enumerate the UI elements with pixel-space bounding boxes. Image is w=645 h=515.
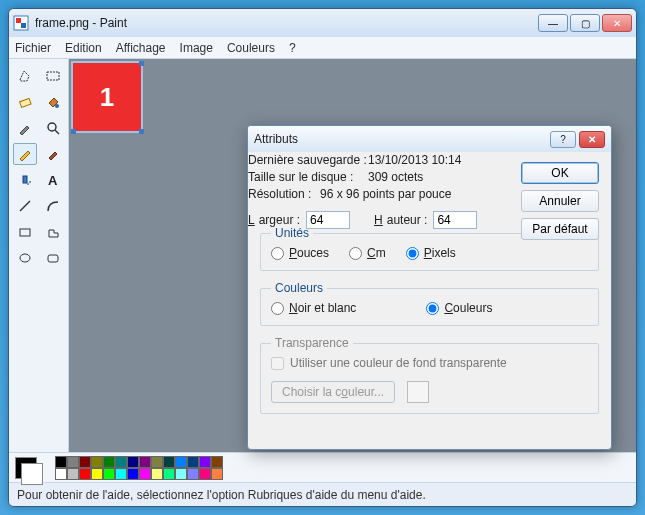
resize-handle[interactable] xyxy=(139,61,144,66)
color-swatch[interactable] xyxy=(127,456,139,468)
maximize-button[interactable]: ▢ xyxy=(570,14,600,32)
height-label: Hauteur : xyxy=(374,213,427,227)
cancel-button[interactable]: Annuler xyxy=(521,190,599,212)
titlebar[interactable]: frame.png - Paint — ▢ ✕ xyxy=(9,9,636,37)
close-button[interactable]: ✕ xyxy=(602,14,632,32)
line-tool[interactable] xyxy=(13,195,37,217)
minimize-button[interactable]: — xyxy=(538,14,568,32)
menu-help[interactable]: ? xyxy=(289,41,296,55)
unit-cm-radio[interactable]: Cm xyxy=(349,246,386,260)
window-title: frame.png - Paint xyxy=(35,16,538,30)
foreground-background-picker[interactable] xyxy=(15,457,37,479)
svg-text:A: A xyxy=(48,173,58,188)
color-swatch[interactable] xyxy=(163,456,175,468)
dialog-titlebar[interactable]: Attributs ? ✕ xyxy=(248,126,611,152)
color-swatch[interactable] xyxy=(139,456,151,468)
menu-edit[interactable]: Edition xyxy=(65,41,102,55)
svg-marker-15 xyxy=(49,230,58,237)
disk-size-value: 309 octets xyxy=(368,169,423,186)
eyedropper-tool[interactable] xyxy=(13,117,37,139)
canvas-area[interactable]: 1 Attributs ? ✕ Dernière sauvegarde :13/… xyxy=(69,59,636,452)
disk-size-label: Taille sur le disque : xyxy=(248,169,368,186)
resolution-label: Résolution : xyxy=(248,186,320,203)
menu-file[interactable]: Fichier xyxy=(15,41,51,55)
color-swatch[interactable] xyxy=(211,456,223,468)
color-swatch[interactable] xyxy=(103,456,115,468)
fill-tool[interactable] xyxy=(41,91,65,113)
color-swatch[interactable] xyxy=(55,456,67,468)
palette-swatches xyxy=(55,456,223,480)
width-input[interactable] xyxy=(306,211,350,229)
resize-handle[interactable] xyxy=(71,129,76,134)
dialog-help-button[interactable]: ? xyxy=(550,131,576,148)
rounded-rect-tool[interactable] xyxy=(41,247,65,269)
menu-view[interactable]: Affichage xyxy=(116,41,166,55)
canvas[interactable]: 1 xyxy=(73,63,141,131)
ok-button[interactable]: OK xyxy=(521,162,599,184)
svg-rect-5 xyxy=(19,98,30,107)
resolution-value: 96 x 96 points par pouce xyxy=(320,186,451,203)
color-swatch[interactable] xyxy=(91,468,103,480)
unit-pixels-radio[interactable]: Pixels xyxy=(406,246,456,260)
height-input[interactable] xyxy=(433,211,477,229)
ellipse-tool[interactable] xyxy=(13,247,37,269)
menu-colors[interactable]: Couleurs xyxy=(227,41,275,55)
dialog-close-button[interactable]: ✕ xyxy=(579,131,605,148)
svg-line-13 xyxy=(20,201,30,211)
color-swatch[interactable] xyxy=(67,456,79,468)
canvas-label: 1 xyxy=(100,82,114,113)
brush-tool[interactable] xyxy=(41,143,65,165)
color-swatch[interactable] xyxy=(91,456,103,468)
freeform-select-tool[interactable] xyxy=(13,65,37,87)
bw-radio[interactable]: Noir et blanc xyxy=(271,301,356,315)
transparent-bg-checkbox[interactable]: Utiliser une couleur de fond transparent… xyxy=(271,356,507,370)
transparency-group: Transparence Utiliser une couleur de fon… xyxy=(260,336,599,414)
last-save-value: 13/10/2013 10:14 xyxy=(368,152,461,169)
polygon-tool[interactable] xyxy=(41,221,65,243)
color-swatch[interactable] xyxy=(127,468,139,480)
pencil-tool[interactable] xyxy=(13,143,37,165)
svg-rect-2 xyxy=(21,23,26,28)
paint-window: frame.png - Paint — ▢ ✕ Fichier Edition … xyxy=(8,8,637,507)
info-block: Dernière sauvegarde :13/10/2013 10:14 Ta… xyxy=(248,152,498,203)
color-swatch[interactable] xyxy=(55,468,67,480)
menu-image[interactable]: Image xyxy=(180,41,213,55)
rect-select-tool[interactable] xyxy=(41,65,65,87)
svg-marker-3 xyxy=(20,71,29,81)
color-swatch[interactable] xyxy=(187,456,199,468)
svg-point-16 xyxy=(20,254,30,262)
unit-inches-radio[interactable]: Pouces xyxy=(271,246,329,260)
color-swatch[interactable] xyxy=(175,456,187,468)
color-swatch[interactable] xyxy=(151,456,163,468)
color-swatch[interactable] xyxy=(151,468,163,480)
color-swatch[interactable] xyxy=(163,468,175,480)
dialog-title: Attributs xyxy=(254,132,547,146)
magnifier-tool[interactable] xyxy=(41,117,65,139)
color-swatch[interactable] xyxy=(79,468,91,480)
curve-tool[interactable] xyxy=(41,195,65,217)
colors-radio[interactable]: Couleurs xyxy=(426,301,492,315)
color-swatch[interactable] xyxy=(199,456,211,468)
color-swatch[interactable] xyxy=(115,456,127,468)
airbrush-tool[interactable] xyxy=(13,169,37,191)
color-swatch[interactable] xyxy=(115,468,127,480)
colors-group: Couleurs Noir et blanc Couleurs xyxy=(260,281,599,326)
rectangle-tool[interactable] xyxy=(13,221,37,243)
resize-handle[interactable] xyxy=(139,129,144,134)
app-icon xyxy=(13,15,29,31)
text-tool[interactable]: A xyxy=(41,169,65,191)
color-swatch[interactable] xyxy=(139,468,151,480)
default-button[interactable]: Par défaut xyxy=(521,218,599,240)
color-swatch[interactable] xyxy=(199,468,211,480)
color-swatch[interactable] xyxy=(103,468,115,480)
color-swatch[interactable] xyxy=(187,468,199,480)
colors-legend: Couleurs xyxy=(271,281,327,295)
svg-rect-4 xyxy=(47,72,59,80)
color-swatch[interactable] xyxy=(79,456,91,468)
eraser-tool[interactable] xyxy=(13,91,37,113)
svg-rect-1 xyxy=(16,18,21,23)
color-swatch[interactable] xyxy=(211,468,223,480)
color-swatch[interactable] xyxy=(175,468,187,480)
color-swatch[interactable] xyxy=(67,468,79,480)
transparency-legend: Transparence xyxy=(271,336,353,350)
